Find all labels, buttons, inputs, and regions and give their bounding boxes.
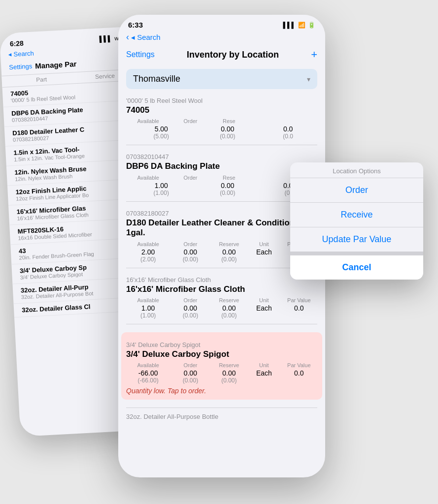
unit-group: Each (249, 248, 279, 263)
available-sub: (-66.00) (138, 377, 159, 384)
inventory-scroll[interactable]: '0000' 5 lb Reel Steel Wool 74005 Availa… (118, 93, 325, 477)
inventory-item[interactable]: '0000' 5 lb Reel Steel Wool 74005 Availa… (126, 97, 317, 145)
available-value: 1.00 (155, 182, 168, 189)
divider (126, 408, 317, 408)
col-reserve-label: Rese (211, 175, 247, 181)
available-value: 2.00 (141, 248, 155, 256)
front-back-btn[interactable]: ‹ ◂ Search (126, 32, 161, 42)
front-title-bar: Settings Inventory by Location + (118, 46, 325, 65)
order-sub: (0.00) (220, 189, 235, 196)
inventory-item[interactable]: 070382010447 DBP6 DA Backing Plate Avail… (126, 153, 317, 201)
reserve-sub: (0.00) (221, 377, 236, 384)
col-parvalue-label: Par Value (281, 362, 317, 368)
action-sheet: Location Options Order Receive Update Pa… (290, 162, 423, 280)
item-part-name: 16'x16' Microfiber Glass Cloth (126, 284, 317, 294)
order-value: 0.00 (184, 304, 197, 312)
col-reserve-label: Reserve (211, 362, 247, 368)
signal-bars-icon: ▌▌▌ (283, 22, 296, 29)
available-group: 2.00 (2.00) (126, 248, 170, 263)
order-sub: (0.00) (183, 377, 198, 384)
col-unit-label: Unit (249, 241, 279, 247)
col-available-label: Available (126, 362, 170, 368)
inventory-item[interactable]: 070382180027 D180 Detailer Leather Clean… (126, 210, 317, 268)
front-nav-back-label[interactable]: ◂ Search (131, 33, 161, 42)
item-part-name: DBP6 DA Backing Plate (126, 161, 317, 171)
inventory-item[interactable]: 16'x16' Microfiber Glass Cloth 16'x16' M… (126, 276, 317, 324)
location-name: Thomasville (133, 74, 180, 84)
reserve-value: 0.00 (222, 369, 236, 377)
col-reserve-label: Reserve (211, 297, 247, 303)
unit-group: Each (249, 304, 279, 319)
item-part-number: 74005 (126, 105, 317, 115)
col-order-label: Order (172, 362, 208, 368)
order-group: 0.00 (0.00) (172, 248, 208, 263)
parvalue-group: 0.0 (281, 304, 317, 319)
col-reserve-label: Rese (211, 118, 247, 124)
inventory-item[interactable]: 32oz. Detailer All-Purpose Bottle (126, 408, 317, 420)
order-group: 0.00 (0.00) (199, 182, 257, 196)
available-value: 5.00 (155, 125, 168, 133)
location-chevron-icon: ▾ (307, 75, 310, 83)
action-receive-btn[interactable]: Receive (290, 202, 423, 227)
parvalue-group: 0.0 (281, 369, 317, 384)
divider (126, 145, 317, 145)
action-cancel-btn[interactable]: Cancel (290, 252, 423, 280)
order-group: 0.00 (0.00) (199, 125, 257, 140)
front-settings-link[interactable]: Settings (126, 50, 155, 59)
item-section-label: 3/4' Deluxe Carboy Spigot (126, 341, 317, 348)
order-group: 0.00 (0.00) (172, 369, 208, 384)
reserve-value: 0.00 (222, 304, 236, 312)
reserve-value: 0.00 (222, 248, 236, 256)
available-value: 1.00 (141, 304, 155, 312)
unit-group: Each (249, 369, 279, 384)
col-order-label: Order (172, 241, 208, 247)
col-order-label: Order (172, 297, 208, 303)
front-status-bar: 6:33 ▌▌▌ 📶 🔋 (118, 15, 325, 31)
item-part-name: D180 Detailer Leather Cleaner & Conditio… (126, 218, 317, 238)
unit-value: Each (256, 248, 272, 256)
available-sub: (1.00) (154, 189, 169, 196)
parvalue-value: 0.0 (294, 304, 303, 312)
reserve-sub: (0.0 (283, 133, 293, 140)
back-nav-search[interactable]: ◂ Search (8, 50, 34, 59)
item-part-name: 3/4' Deluxe Carboy Spigot (126, 349, 317, 359)
location-selector[interactable]: Thomasville ▾ (126, 69, 317, 89)
reserve-group: 0.00 (0.00) (211, 304, 247, 319)
order-sub: (0.00) (183, 312, 198, 319)
available-sub: (2.00) (140, 256, 156, 263)
reserve-sub: (0.00) (221, 312, 236, 319)
front-nav-back-bar: ‹ ◂ Search (118, 31, 325, 46)
action-sheet-title: Location Options (290, 162, 423, 178)
back-settings-link[interactable]: Settings (9, 63, 33, 71)
front-screen-title: Inventory by Location (155, 50, 311, 60)
front-add-btn[interactable]: + (311, 48, 317, 61)
col-reserve-label: Reserve (211, 241, 247, 247)
col-unit-label: Unit (249, 297, 279, 303)
col-order-label: Order (172, 175, 208, 181)
front-status-icons: ▌▌▌ 📶 🔋 (283, 22, 315, 29)
divider (126, 324, 317, 324)
back-col-part: Part (9, 74, 73, 85)
reserve-group: 0.00 (0.00) (211, 248, 247, 263)
back-chevron-icon: ‹ (126, 32, 129, 42)
col-order-label: Order (172, 118, 208, 124)
available-value: -66.00 (138, 369, 158, 377)
low-stock-message: Quantity low. Tap to order. (126, 387, 317, 395)
reserve-value: 0.0 (283, 125, 293, 133)
available-group: -66.00 (-66.00) (126, 369, 170, 384)
item-sku: 070382010447 (126, 153, 317, 160)
available-group: 1.00 (1.00) (126, 182, 197, 196)
item-section-label: 32oz. Detailer All-Purpose Bottle (126, 413, 317, 420)
item-description: '0000' 5 lb Reel Steel Wool (126, 97, 317, 104)
item-sku: 070382180027 (126, 210, 317, 217)
reserve-group: 0.00 (0.00) (211, 369, 247, 384)
inventory-item-low-stock[interactable]: 3/4' Deluxe Carboy Spigot 3/4' Deluxe Ca… (121, 332, 322, 400)
unit-value: Each (256, 304, 272, 312)
col-available-label: Available (126, 118, 170, 124)
action-update-par-btn[interactable]: Update Par Value (290, 227, 423, 252)
front-battery-icon: 🔋 (308, 22, 315, 29)
order-value: 0.00 (221, 125, 234, 133)
action-order-btn[interactable]: Order (290, 178, 423, 202)
col-parvalue-label: Par Value (281, 297, 317, 303)
signal-icon: ▌▌▌ (99, 35, 112, 42)
